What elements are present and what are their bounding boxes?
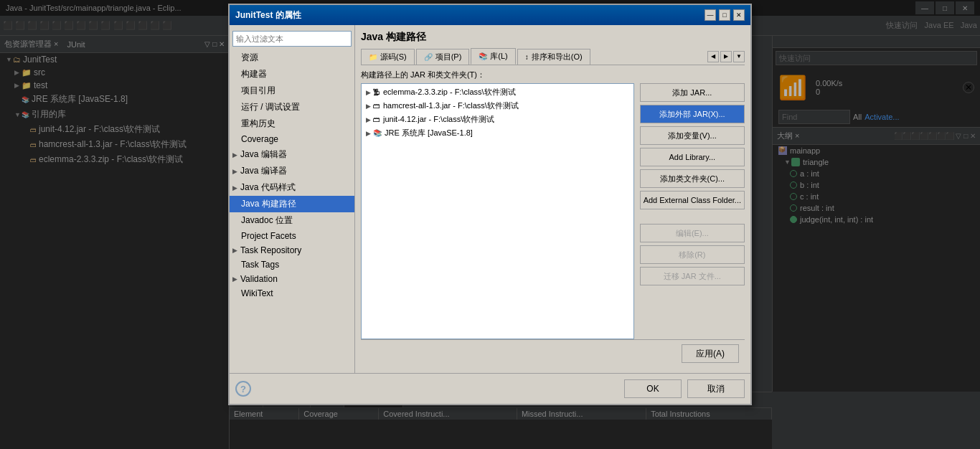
nav-item-javabuildpath[interactable]: Java 构建路径	[230, 196, 354, 212]
filter-input[interactable]	[232, 31, 352, 47]
remove-btn[interactable]: 移除(R)	[640, 245, 745, 264]
spacer	[640, 212, 745, 221]
nav-item-javadocloc[interactable]: Javadoc 位置	[230, 212, 354, 229]
jar-item-jre[interactable]: ▶ 📚 JRE 系统库 [JavaSE-1.8]	[363, 126, 632, 140]
dialog-title-controls[interactable]: — □ ✕	[705, 9, 745, 21]
nav-item-rundebug[interactable]: 运行 / 调试设置	[230, 99, 354, 115]
lib-icon: 📚	[373, 129, 382, 137]
expand-icon: ▶	[366, 116, 373, 123]
nav-label: 重构历史	[241, 118, 275, 130]
nav-back-btn[interactable]: ◀	[707, 51, 719, 62]
tabs-bar: 📁 源码(S) 🔗 项目(P) 📚 库(L) ↕ 排序和导出(O) ◀	[361, 48, 745, 65]
jar-item-label: eclemma-2.3.3.zip - F:\class\软件测试	[383, 87, 516, 98]
add-external-jar-btn[interactable]: 添加外部 JAR(X)...	[640, 105, 745, 123]
migrate-jar-btn[interactable]: 迁移 JAR 文件...	[640, 267, 745, 285]
add-external-classfolder-btn[interactable]: Add External Class Folder...	[640, 191, 745, 209]
nav-down-btn[interactable]: ▼	[733, 51, 745, 62]
dialog-footer: ? OK 取消	[230, 373, 750, 404]
apply-btn[interactable]: 应用(A)	[682, 344, 739, 363]
source-tab-icon: 📁	[369, 53, 377, 61]
zip-icon: 🗜	[373, 88, 380, 96]
libraries-tab-label: 库(L)	[490, 51, 507, 62]
jar-list[interactable]: ▶ 🗜 eclemma-2.3.3.zip - F:\class\软件测试 ▶ …	[361, 83, 634, 339]
jar-item-hamcrest[interactable]: ▶ 🗃 hamcrest-all-1.3.jar - F:\class\软件测试	[363, 99, 632, 113]
dialog-title: JunitTest 的属性	[235, 9, 301, 22]
nav-arrow-icon: ▶	[232, 247, 237, 254]
dialog-nav: 资源 构建器 项目引用 运行 / 调试设置 重构历史 Coverage ▶ Ja…	[230, 25, 355, 373]
jar-item-label: hamcrest-all-1.3.jar - F:\class\软件测试	[383, 100, 519, 111]
nav-arrow-icon: ▶	[232, 184, 237, 192]
help-icon[interactable]: ?	[235, 381, 251, 397]
libraries-tab-icon: 📚	[479, 52, 487, 60]
nav-label: Project Facets	[241, 231, 296, 241]
nav-label: 运行 / 调试设置	[241, 101, 300, 113]
nav-item-validation[interactable]: ▶ Validation	[230, 272, 354, 286]
jar-list-container: ▶ 🗜 eclemma-2.3.3.zip - F:\class\软件测试 ▶ …	[361, 83, 745, 339]
tab-projects[interactable]: 🔗 项目(P)	[416, 49, 470, 65]
add-library-btn[interactable]: Add Library...	[640, 148, 745, 166]
nav-label: WikiText	[241, 288, 273, 298]
jar-item-junit[interactable]: ▶ 🗃 junit-4.12.jar - F:\class\软件测试	[363, 113, 632, 126]
nav-arrow-icon: ▶	[232, 275, 237, 283]
dialog-minimize[interactable]: —	[705, 9, 716, 21]
order-tab-icon: ↕	[525, 53, 529, 61]
nav-label: Coverage	[241, 134, 278, 144]
nav-label: Task Repository	[240, 245, 301, 255]
add-jar-btn[interactable]: 添加 JAR...	[640, 83, 745, 102]
nav-arrow-icon: ▶	[232, 168, 237, 175]
edit-btn[interactable]: 编辑(E)...	[640, 224, 745, 242]
nav-item-javacompiler[interactable]: ▶ Java 编译器	[230, 163, 354, 179]
tab-libraries[interactable]: 📚 库(L)	[471, 48, 515, 65]
add-variable-btn[interactable]: 添加变量(V)...	[640, 126, 745, 145]
nav-item-javaeditor[interactable]: ▶ Java 编辑器	[230, 146, 354, 163]
tab-order[interactable]: ↕ 排序和导出(O)	[517, 49, 590, 65]
properties-dialog: JunitTest 的属性 — □ ✕ 资源 构建器 项目引用 运行 / 调试设…	[228, 4, 752, 405]
nav-item-coverage[interactable]: Coverage	[230, 132, 354, 146]
nav-item-builders[interactable]: 构建器	[230, 66, 354, 82]
jar-icon: 🗃	[373, 102, 380, 110]
dialog-right-content: Java 构建路径 📁 源码(S) 🔗 项目(P) 📚 库(L) ↕ 排序和导	[355, 25, 750, 373]
ok-btn[interactable]: OK	[624, 379, 682, 398]
nav-arrow-icon: ▶	[232, 151, 237, 159]
dialog-close[interactable]: ✕	[733, 9, 745, 21]
nav-item-projectfacets[interactable]: Project Facets	[230, 229, 354, 243]
projects-tab-label: 项目(P)	[435, 52, 462, 62]
dialog-titlebar: JunitTest 的属性 — □ ✕	[230, 5, 750, 25]
jar-item-eclemma[interactable]: ▶ 🗜 eclemma-2.3.3.zip - F:\class\软件测试	[363, 85, 632, 99]
source-tab-label: 源码(S)	[380, 52, 407, 62]
tab-source[interactable]: 📁 源码(S)	[361, 49, 415, 65]
nav-label: Java 代码样式	[240, 181, 296, 194]
expand-icon: ▶	[366, 103, 373, 110]
projects-tab-icon: 🔗	[424, 53, 433, 61]
nav-label: Validation	[240, 274, 278, 284]
jar-list-label: 构建路径上的 JAR 和类文件夹(T)：	[361, 70, 745, 80]
nav-item-projrefs[interactable]: 项目引用	[230, 82, 354, 99]
content-title: Java 构建路径	[361, 31, 745, 44]
nav-label: 构建器	[241, 68, 267, 80]
nav-item-resources[interactable]: 资源	[230, 49, 354, 66]
expand-icon: ▶	[366, 89, 373, 96]
nav-item-tasktags[interactable]: Task Tags	[230, 257, 354, 272]
nav-label: 资源	[241, 52, 258, 64]
jar-item-label: JRE 系统库 [JavaSE-1.8]	[385, 128, 473, 138]
jar-item-label: junit-4.12.jar - F:\class\软件测试	[383, 114, 494, 125]
nav-forward-btn[interactable]: ▶	[720, 51, 732, 62]
nav-label: Task Tags	[241, 260, 279, 270]
nav-label: Java 编译器	[240, 165, 287, 177]
expand-icon: ▶	[366, 130, 373, 137]
dialog-body: 资源 构建器 项目引用 运行 / 调试设置 重构历史 Coverage ▶ Ja…	[230, 25, 750, 373]
add-classfolder-btn[interactable]: 添加类文件夹(C)...	[640, 169, 745, 188]
nav-item-javastyle[interactable]: ▶ Java 代码样式	[230, 179, 354, 196]
cancel-btn[interactable]: 取消	[687, 379, 745, 398]
dialog-maximize[interactable]: □	[719, 9, 730, 21]
nav-item-taskrepo[interactable]: ▶ Task Repository	[230, 243, 354, 257]
nav-label: 项目引用	[241, 85, 275, 97]
jar-action-buttons: 添加 JAR... 添加外部 JAR(X)... 添加变量(V)... Add …	[640, 83, 745, 339]
nav-item-refactorhistory[interactable]: 重构历史	[230, 115, 354, 132]
nav-label: Javadoc 位置	[241, 214, 293, 227]
nav-label: Java 构建路径	[241, 198, 296, 210]
nav-item-wikitext[interactable]: WikiText	[230, 286, 354, 301]
jar-icon: 🗃	[373, 115, 380, 123]
apply-section: 应用(A)	[361, 339, 745, 367]
tab-nav-arrows: ◀ ▶ ▼	[707, 51, 745, 62]
